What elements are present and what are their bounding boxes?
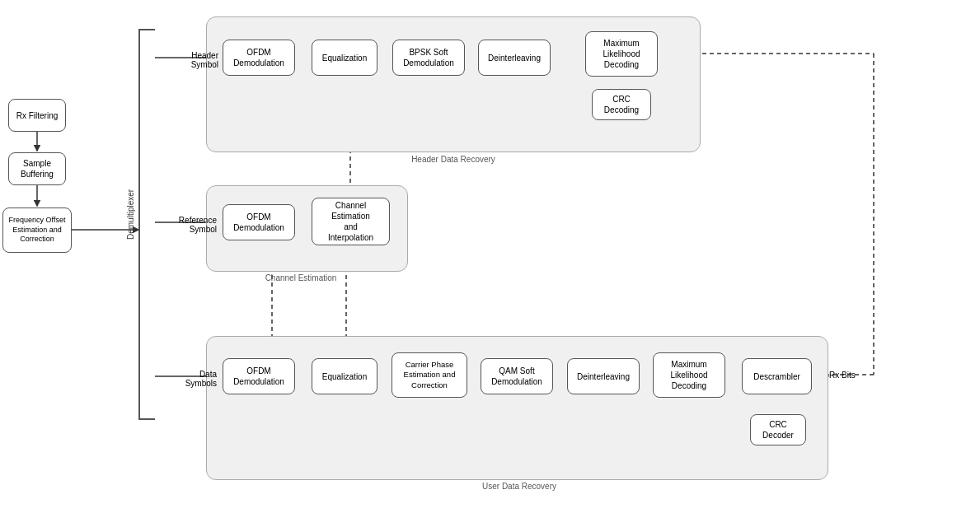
qam-soft-label: QAM SoftDemodulation: [491, 366, 542, 387]
channel-est-block: ChannelEstimationandInterpolation: [312, 198, 390, 245]
crc-decoding-label: CRCDecoding: [604, 94, 639, 115]
channel-est-label: ChannelEstimationandInterpolation: [328, 200, 373, 243]
bpsk-soft-label: BPSK SoftDemodulation: [403, 47, 454, 68]
rx-filtering-block: Rx Filtering: [8, 99, 66, 132]
channel-estimation-label: Channel Estimation: [235, 273, 367, 282]
freq-offset-block: Frequency OffsetEstimation andCorrection: [2, 208, 72, 253]
deinterleaving-data-label: Deinterleaving: [577, 371, 630, 382]
bpsk-soft-block: BPSK SoftDemodulation: [392, 40, 465, 76]
crc-decoder-block: CRCDecoder: [750, 414, 806, 445]
carrier-phase-block: Carrier PhaseEstimation andCorrection: [392, 352, 467, 398]
qam-soft-block: QAM SoftDemodulation: [481, 358, 553, 394]
header-recovery-label: Header Data Recovery: [371, 155, 536, 164]
crc-decoding-block: CRCDecoding: [592, 89, 651, 120]
sample-buffering-block: SampleBuffering: [8, 152, 66, 185]
crc-decoder-label: CRCDecoder: [762, 419, 794, 441]
deinterleaving-data-block: Deinterleaving: [567, 358, 640, 394]
equalization-header-block: Equalization: [312, 40, 377, 76]
equalization-header-label: Equalization: [322, 53, 367, 63]
ofdm-ref-block: OFDMDemodulation: [223, 204, 295, 240]
max-likelihood-header-label: MaximumLikelihoodDecoding: [603, 38, 640, 70]
ofdm-ref-label: OFDMDemodulation: [233, 212, 284, 233]
ofdm-data-label: OFDMDemodulation: [233, 366, 284, 387]
deinterleaving-header-block: Deinterleaving: [478, 40, 551, 76]
demultiplexer-label: Demultiplexer: [126, 165, 135, 263]
sample-buffering-label: SampleBuffering: [21, 158, 54, 180]
carrier-phase-label: Carrier PhaseEstimation andCorrection: [404, 360, 456, 390]
user-data-recovery-label: User Data Recovery: [437, 482, 602, 491]
equalization-data-block: Equalization: [312, 358, 377, 394]
rx-filtering-label: Rx Filtering: [16, 110, 59, 121]
diagram: Header Data Recovery Channel Estimation …: [0, 0, 980, 513]
freq-offset-label: Frequency OffsetEstimation andCorrection: [9, 216, 66, 245]
rx-bits-label: Rx Bits: [829, 371, 856, 380]
ofdm-header-block: OFDMDemodulation: [223, 40, 295, 76]
reference-symbol-label: ReferenceSymbol: [159, 216, 217, 234]
max-likelihood-header-block: MaximumLikelihoodDecoding: [585, 31, 658, 77]
equalization-data-label: Equalization: [322, 371, 367, 382]
data-symbols-label: DataSymbols: [161, 370, 217, 388]
ofdm-data-block: OFDMDemodulation: [223, 358, 295, 394]
header-symbol-label: HeaderSymbol: [165, 51, 218, 69]
demultiplexer-block: [138, 29, 155, 420]
max-likelihood-data-label: MaximumLikelihoodDecoding: [670, 359, 707, 391]
deinterleaving-header-label: Deinterleaving: [488, 53, 541, 63]
max-likelihood-data-block: MaximumLikelihoodDecoding: [653, 352, 725, 398]
descrambler-label: Descrambler: [753, 371, 800, 382]
ofdm-header-label: OFDMDemodulation: [233, 47, 284, 68]
descrambler-block: Descrambler: [742, 358, 812, 394]
